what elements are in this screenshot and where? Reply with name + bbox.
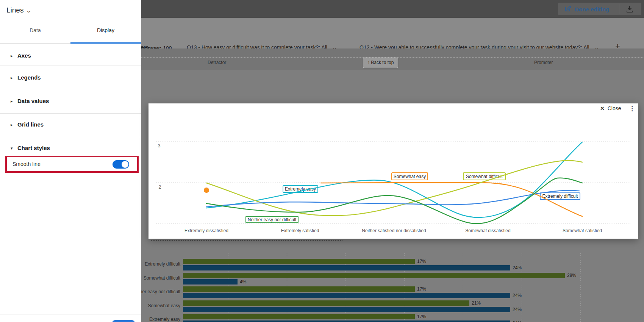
bar-green [183, 273, 565, 278]
back-to-top-button[interactable]: ↑ Back to top [363, 58, 398, 68]
series-label-box: Neither easy nor difficult [245, 216, 299, 223]
bar-green [183, 300, 469, 306]
tab-display[interactable]: Display [70, 27, 141, 33]
sidebar-bottom-button[interactable] [112, 320, 135, 322]
caret-right-icon: ▸ [11, 53, 13, 58]
bar-blue [183, 307, 510, 312]
bar-blue [183, 320, 510, 322]
x-axis-label: Somewhat dissatisfied [465, 228, 510, 233]
divider [0, 113, 141, 114]
close-icon: ✕ [600, 105, 605, 111]
bar-value-label: 24% [513, 293, 522, 298]
promoter-label: Promoter [534, 60, 553, 65]
series-label-box: Somewhat easy [391, 172, 428, 180]
bar-blue [183, 279, 238, 284]
bar-blue [183, 265, 510, 270]
widget-type-dropdown[interactable]: Lines⌄ [6, 6, 31, 14]
app-root: Done editing Filters⌄ Q13 - How easy or … [0, 0, 644, 322]
x-axis-label: Somewhat satisfied [563, 228, 602, 233]
bar-green [183, 286, 415, 292]
caret-right-icon: ▸ [11, 75, 13, 80]
kebab-menu-button[interactable]: ⋮ [629, 105, 635, 113]
y-axis-tick: 2 [159, 184, 161, 190]
bar-value-label: 4% [240, 279, 246, 284]
caret-down-icon: ▾ [11, 146, 13, 151]
bar-blue [183, 293, 510, 298]
download-icon [625, 8, 634, 15]
highlight-box [5, 156, 139, 173]
arrow-up-icon: ↑ [367, 60, 370, 65]
bar-value-label: 21% [472, 300, 481, 306]
edit-icon [564, 5, 572, 13]
x-axis-label: Extremely dissatisfied [184, 228, 228, 233]
line-chart: Extremely easySomewhat easySomewhat diff… [148, 103, 638, 239]
bar-gridline [580, 253, 581, 322]
divider [0, 66, 141, 66]
bar-green [183, 314, 415, 319]
close-button[interactable]: ✕ Close [600, 105, 621, 111]
series-line [206, 161, 582, 216]
heading-dotted-text [151, 240, 342, 241]
section-chart-styles[interactable]: ▾ Chart styles [0, 144, 141, 154]
bar-value-label: 24% [513, 265, 522, 270]
section-data-values[interactable]: ▸ Data values [0, 97, 141, 107]
series-label-box: Extremely easy [283, 185, 318, 193]
divider [0, 90, 141, 90]
bar-value-label: 24% [513, 307, 522, 312]
caret-right-icon: ▸ [11, 99, 13, 104]
bar-value-label: 17% [417, 259, 426, 264]
toolbar-divider [619, 4, 619, 14]
chevron-down-icon: ⌄ [26, 8, 32, 14]
caret-right-icon: ▸ [11, 122, 13, 127]
section-grid-lines[interactable]: ▸ Grid lines [0, 120, 141, 130]
bar-value-label: 17% [417, 286, 426, 292]
done-editing-label: Done editing [575, 6, 609, 13]
series-label-box: Extremely difficult [540, 192, 580, 200]
tab-data[interactable]: Data [0, 27, 70, 33]
x-axis-label: Neither satisfied nor dissatisfied [362, 228, 426, 233]
section-legends[interactable]: ▸ Legends [0, 73, 141, 83]
section-axes[interactable]: ▸ Axes [0, 52, 141, 61]
chart-preview-modal: Extremely easySomewhat easySomewhat diff… [148, 103, 638, 239]
bar-value-label: 28% [567, 273, 576, 278]
bar-value-label: 17% [417, 314, 426, 319]
detractor-label: Detractor [208, 60, 226, 65]
x-axis-label: Extremely satisfied [281, 228, 319, 233]
divider [0, 314, 141, 314]
divider [0, 137, 141, 137]
y-axis-tick: 3 [158, 143, 161, 148]
data-point-marker [204, 188, 209, 193]
bar-gridline [522, 253, 522, 322]
bar-value-label: 24% [513, 320, 522, 322]
series-label-box: Somewhat difficult [463, 172, 506, 180]
series-line [206, 191, 579, 207]
bar-green [183, 259, 415, 264]
done-editing-button[interactable]: Done editing [564, 4, 609, 14]
active-tab-indicator [70, 42, 141, 44]
download-button[interactable] [625, 5, 634, 14]
